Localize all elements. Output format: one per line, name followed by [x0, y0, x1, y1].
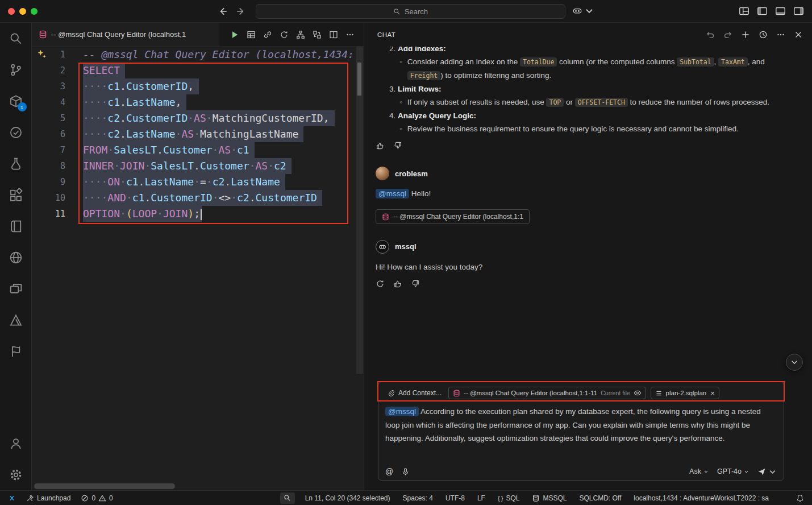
sidebar-item-accounts[interactable] — [0, 428, 32, 459]
zoom-status-item[interactable] — [280, 492, 295, 504]
launchpad-status-item[interactable]: Launchpad — [24, 494, 73, 502]
query-designer-icon[interactable] — [313, 30, 322, 39]
remote-indicator[interactable] — [6, 494, 18, 502]
indentation-item[interactable]: Spaces: 4 — [401, 494, 435, 502]
server-type-item[interactable]: MSSQL — [530, 494, 569, 502]
eye-icon[interactable] — [634, 389, 642, 397]
new-chat-icon[interactable] — [741, 30, 750, 39]
cursor-position-item[interactable]: Ln 11, Col 20 (342 selected) — [303, 494, 393, 502]
toggle-secondary-sidebar-icon[interactable] — [793, 6, 804, 16]
scroll-to-bottom-button[interactable] — [786, 354, 803, 371]
more-icon[interactable] — [776, 30, 785, 39]
line-number[interactable]: 6 — [32, 126, 65, 142]
zoom-window-button[interactable] — [31, 8, 38, 15]
list-item-title: Analyze Query Logic: — [398, 111, 476, 120]
rerun-icon[interactable] — [376, 279, 385, 288]
add-context-button[interactable]: Add Context... — [385, 388, 444, 398]
close-icon[interactable]: × — [710, 389, 715, 398]
line-number[interactable]: 3 — [32, 78, 65, 94]
line-number[interactable]: 9 — [32, 174, 65, 190]
undo-icon[interactable] — [706, 30, 715, 39]
horizontal-scrollbar[interactable] — [32, 483, 356, 489]
encoding-item[interactable]: UTF-8 — [443, 494, 467, 502]
thumbs-up-icon[interactable] — [393, 279, 402, 288]
code-line[interactable]: 11OPTION·(LOOP·JOIN); — [32, 206, 356, 222]
line-number[interactable]: 4 — [32, 94, 65, 110]
sidebar-item-mssql[interactable] — [0, 336, 32, 367]
command-center-search[interactable]: Search — [256, 4, 565, 19]
problems-status-item[interactable]: 0 0 — [78, 494, 115, 502]
sidebar-item-extensions[interactable] — [0, 179, 32, 210]
history-icon[interactable] — [759, 30, 768, 39]
language-mode-item[interactable]: { }SQL — [495, 494, 522, 502]
schema-view-icon[interactable] — [296, 30, 305, 39]
chat-input-text[interactable]: @mssql According to the execution plan s… — [385, 405, 777, 445]
code-editor[interactable]: 1-- @mssql Chat Query Editor (localhost,… — [32, 47, 356, 222]
sidebar-item-azure[interactable] — [0, 304, 32, 336]
code-line[interactable]: 8INNER·JOIN·SalesLT.Customer·AS·c2 — [32, 158, 356, 174]
minimize-window-button[interactable] — [19, 8, 26, 15]
thumbs-down-icon[interactable] — [393, 141, 402, 150]
code-line[interactable]: 6····c2.LastName·AS·MatchingLastName — [32, 126, 356, 142]
back-icon[interactable] — [218, 6, 228, 16]
sqlcmd-item[interactable]: SQLCMD: Off — [577, 494, 624, 502]
sidebar-item-docs[interactable] — [0, 210, 32, 242]
context-chip[interactable]: plan-2.sqlplan× — [651, 387, 719, 399]
line-number[interactable]: 5 — [32, 110, 65, 126]
notifications-item[interactable] — [794, 494, 806, 502]
mention-chip[interactable]: @mssql — [385, 407, 419, 416]
thumbs-down-icon[interactable] — [411, 279, 420, 288]
sidebar-item-remote-explorer[interactable] — [0, 273, 32, 304]
code-line[interactable]: 5····c2.CustomerID·AS·MatchingCustomerID… — [32, 110, 356, 126]
eol-item[interactable]: LF — [475, 494, 488, 502]
thumbs-up-icon[interactable] — [376, 141, 385, 150]
code-line[interactable]: 9····ON·c1.LastName·=·c2.LastName — [32, 174, 356, 190]
sidebar-item-testing[interactable] — [0, 117, 32, 148]
line-number[interactable]: 2 — [32, 63, 65, 78]
toggle-panel-icon[interactable] — [775, 6, 786, 16]
code-line[interactable]: 4····c1.LastName, — [32, 94, 356, 110]
vertical-scrollbar[interactable] — [356, 47, 364, 483]
sidebar-item-source-control[interactable] — [0, 54, 32, 85]
sidebar-item-github[interactable] — [0, 242, 32, 273]
results-grid-icon[interactable] — [247, 30, 256, 39]
context-chip[interactable]: -- @mssql Chat Query Editor (localhost,1… — [448, 387, 646, 399]
line-number[interactable]: 11 — [32, 206, 65, 222]
connect-icon[interactable] — [263, 30, 272, 39]
mention-chip[interactable]: @mssql — [376, 189, 409, 198]
estimated-plan-icon[interactable] — [280, 30, 289, 39]
line-number[interactable]: 1 — [32, 47, 65, 63]
forward-icon[interactable] — [236, 6, 246, 16]
close-window-button[interactable] — [8, 8, 15, 15]
sidebar-item-settings[interactable] — [0, 459, 32, 490]
code-line[interactable]: 2SELECT — [32, 63, 356, 78]
sidebar-item-query-runner[interactable] — [0, 148, 32, 179]
more-actions-icon[interactable] — [345, 30, 355, 39]
line-number[interactable]: 10 — [32, 190, 65, 206]
microphone-icon[interactable] — [401, 467, 410, 476]
message-attachment-chip[interactable]: -- @mssql Chat Query Editor (localhost,1… — [376, 209, 530, 224]
code-line[interactable]: 1-- @mssql Chat Query Editor (localhost,… — [32, 47, 356, 63]
line-number[interactable]: 7 — [32, 142, 65, 158]
code-line[interactable]: 3····c1.CustomerID, — [32, 78, 356, 94]
connection-item[interactable]: localhost,1434 : AdventureWorksLT2022 : … — [631, 494, 771, 502]
toggle-primary-sidebar-icon[interactable] — [757, 6, 768, 16]
sidebar-item-containers[interactable]: 1 — [0, 85, 32, 117]
chat-input-box[interactable]: Add Context... -- @mssql Chat Query Edit… — [378, 382, 784, 481]
code-token: ···· — [83, 192, 107, 204]
code-line[interactable]: 7FROM·SalesLT.Customer·AS·c1 — [32, 142, 356, 158]
customize-layout-icon[interactable] — [739, 6, 749, 16]
mode-picker[interactable]: Ask — [689, 467, 709, 475]
redo-icon[interactable] — [723, 30, 732, 39]
line-number[interactable]: 8 — [32, 158, 65, 174]
mention-icon[interactable]: @ — [385, 467, 393, 476]
send-button[interactable] — [757, 467, 777, 476]
copilot-menu-button[interactable] — [572, 6, 594, 16]
run-query-icon[interactable] — [230, 30, 239, 39]
close-icon[interactable] — [794, 30, 803, 39]
model-picker[interactable]: GPT-4o — [717, 467, 749, 475]
code-line[interactable]: 10····AND·c1.CustomerID·<>·c2.CustomerID — [32, 190, 356, 206]
tab-chat-query-editor[interactable]: -- @mssql Chat Query Editor (localhost,1 — [32, 23, 219, 46]
sidebar-item-search[interactable] — [0, 23, 32, 54]
split-editor-icon[interactable] — [329, 30, 338, 39]
